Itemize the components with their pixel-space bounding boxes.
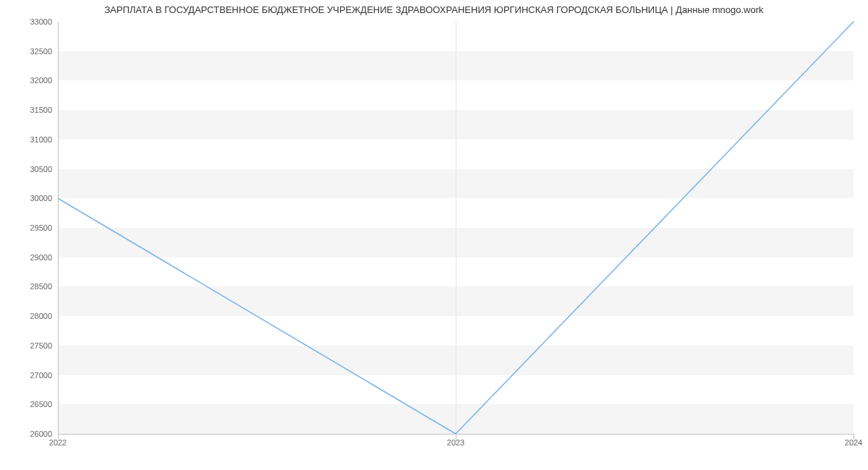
y-axis-tick-label: 27000 [9, 371, 52, 380]
y-axis-tick-label: 27500 [9, 341, 52, 350]
y-axis-tick-label: 29500 [9, 223, 52, 232]
y-axis-tick-label: 26500 [9, 400, 52, 409]
y-axis-tick-label: 32000 [9, 76, 52, 85]
y-axis-tick-label: 26000 [9, 430, 52, 438]
x-axis-tick-label: 2023 [447, 438, 464, 447]
x-axis-tick-label: 2024 [845, 438, 862, 447]
line-series-layer [58, 22, 854, 434]
salary-line-chart: ЗАРПЛАТА В ГОСУДАРСТВЕННОЕ БЮДЖЕТНОЕ УЧР… [0, 0, 868, 470]
y-axis-tick-label: 32500 [9, 47, 52, 56]
x-axis-tick-label: 2022 [49, 438, 67, 447]
y-axis-tick-label: 30000 [9, 194, 52, 202]
series-line [58, 22, 854, 434]
y-axis-tick-label: 31000 [9, 135, 52, 144]
chart-title: ЗАРПЛАТА В ГОСУДАРСТВЕННОЕ БЮДЖЕТНОЕ УЧР… [0, 4, 868, 15]
y-axis-line [58, 22, 59, 434]
y-axis-tick-label: 31500 [9, 106, 52, 114]
plot-area [58, 22, 854, 434]
x-axis-line [58, 434, 854, 435]
y-axis-tick-label: 30500 [9, 165, 52, 174]
y-axis-tick-label: 28500 [9, 282, 52, 291]
y-axis-tick-label: 29000 [9, 253, 52, 262]
y-axis-tick-label: 28000 [9, 312, 52, 320]
y-axis-tick-label: 33000 [9, 17, 52, 26]
